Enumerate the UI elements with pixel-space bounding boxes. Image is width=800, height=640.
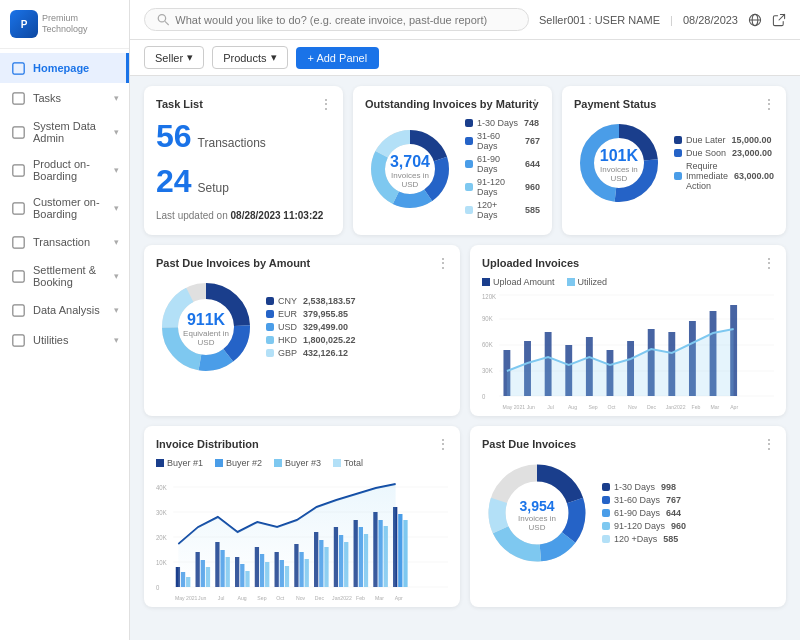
- svg-text:Dec: Dec: [647, 404, 656, 410]
- svg-rect-0: [12, 62, 23, 73]
- svg-text:40K: 40K: [156, 484, 167, 492]
- sidebar-item-product-on-boarding[interactable]: Product on-Boarding ▾: [0, 151, 129, 189]
- sidebar-item-transaction[interactable]: Transaction ▾: [0, 227, 129, 257]
- svg-text:10K: 10K: [156, 559, 167, 567]
- svg-text:Oct: Oct: [607, 404, 615, 410]
- legend-label: 91-120 Days: [477, 177, 519, 197]
- past-due-invoices-donut-wrapper: 3,954 Invoices in USD: [482, 458, 592, 571]
- task-list-menu[interactable]: ⋮: [319, 96, 333, 112]
- past-due-invoices-card: Past Due Invoices ⋮ 3,954: [470, 426, 786, 607]
- legend-item: 120 +Days 585: [602, 534, 686, 544]
- products-select[interactable]: Products ▾: [212, 46, 287, 69]
- legend-dot: [465, 206, 473, 214]
- logo-text: Premium Technology: [42, 13, 88, 35]
- setup-row: 24 Setup: [156, 163, 331, 200]
- chevron-icon: ▾: [114, 335, 119, 345]
- svg-text:Sep: Sep: [257, 595, 266, 601]
- search-box[interactable]: [144, 8, 529, 31]
- sidebar-item-label: Data Analysis: [33, 304, 100, 316]
- chevron-icon: ▾: [114, 305, 119, 315]
- invoice-dist-menu[interactable]: ⋮: [436, 436, 450, 452]
- svg-text:Jul: Jul: [547, 404, 554, 410]
- legend-dot: [266, 323, 274, 331]
- row3: Invoice Distribution ⋮ Buyer #1 Buyer #2…: [144, 426, 786, 607]
- past-due-invoices-legend: 1-30 Days 998 31-60 Days 767 61-90 Days …: [602, 482, 686, 547]
- legend-label: 31-60 Days: [614, 495, 660, 505]
- past-due-invoices-menu[interactable]: ⋮: [762, 436, 776, 452]
- sidebar-item-label: System Data Admin: [33, 120, 107, 144]
- svg-marker-111: [178, 484, 395, 587]
- payment-status-card: Payment Status ⋮ 101K Invoices in USD: [562, 86, 786, 235]
- sidebar-icon: [10, 60, 26, 76]
- chevron-icon: ▾: [114, 93, 119, 103]
- legend-value: 767: [525, 136, 540, 146]
- legend-label: Due Soon: [686, 148, 726, 158]
- date-label: 08/28/2023: [683, 14, 738, 26]
- search-input[interactable]: [175, 14, 516, 26]
- seller-select[interactable]: Seller ▾: [144, 46, 204, 69]
- svg-line-10: [165, 21, 169, 25]
- legend-value: 2,538,183.57: [303, 296, 356, 306]
- legend-label: 120+ Days: [477, 200, 519, 220]
- logo: P Premium Technology: [0, 0, 129, 49]
- legend-dot: [602, 522, 610, 530]
- legend-dot: [266, 297, 274, 305]
- sidebar-item-data-analysis[interactable]: Data Analysis ▾: [0, 295, 129, 325]
- outstanding-invoices-menu[interactable]: ⋮: [528, 96, 542, 112]
- uploaded-invoices-menu[interactable]: ⋮: [762, 255, 776, 271]
- external-link-icon: [772, 13, 786, 27]
- legend-item: Require Immediate Action 63,000.00: [674, 161, 774, 191]
- svg-text:Apr: Apr: [730, 404, 738, 410]
- past-due-amount-menu[interactable]: ⋮: [436, 255, 450, 271]
- toolbar: Seller ▾ Products ▾ + Add Panel: [130, 40, 800, 76]
- svg-rect-4: [12, 202, 23, 213]
- sidebar-icon: [10, 124, 26, 140]
- legend-item: 31-60 Days 767: [465, 131, 540, 151]
- task-updated: Last updated on 08/28/2023 11:03:22: [156, 210, 331, 221]
- chevron-icon: ▾: [114, 271, 119, 281]
- legend-item: EUR 379,955.85: [266, 309, 356, 319]
- add-panel-button[interactable]: + Add Panel: [296, 47, 380, 69]
- sidebar-item-settlement-&-booking[interactable]: Settlement & Booking ▾: [0, 257, 129, 295]
- legend-item: 1-30 Days 998: [602, 482, 686, 492]
- past-due-amount-legend: CNY 2,538,183.57 EUR 379,955.85 USD 329,…: [266, 296, 356, 361]
- legend-item: USD 329,499.00: [266, 322, 356, 332]
- legend-item: 1-30 Days 748: [465, 118, 540, 128]
- payment-status-menu[interactable]: ⋮: [762, 96, 776, 112]
- past-due-amount-card: Past Due Invoices by Amount ⋮: [144, 245, 460, 416]
- upload-amount-dot: [482, 278, 490, 286]
- uploaded-chart: 0 30K 60K 90K 120K: [482, 291, 774, 401]
- legend-dot: [465, 160, 473, 168]
- sidebar-item-system-data-admin[interactable]: System Data Admin ▾: [0, 113, 129, 151]
- sidebar-item-tasks[interactable]: Tasks ▾: [0, 83, 129, 113]
- svg-text:Mar: Mar: [710, 404, 719, 410]
- svg-rect-3: [12, 164, 23, 175]
- sidebar-item-customer-on-boarding[interactable]: Customer on-Boarding ▾: [0, 189, 129, 227]
- logo-icon: P: [10, 10, 38, 38]
- svg-text:Jan2022: Jan2022: [666, 404, 686, 410]
- invoice-dist-chart: 0 10K 20K 30K 40K: [156, 472, 448, 592]
- svg-text:Apr: Apr: [395, 595, 403, 601]
- legend-value: 748: [524, 118, 539, 128]
- svg-text:30K: 30K: [482, 367, 493, 375]
- sidebar-icon: [10, 200, 26, 216]
- globe-icon: [748, 13, 762, 27]
- svg-rect-8: [12, 334, 23, 345]
- setup-label: Setup: [198, 181, 229, 195]
- chevron-icon: ▾: [114, 165, 119, 175]
- sidebar-item-utilities[interactable]: Utilities ▾: [0, 325, 129, 355]
- payment-donut-wrapper: 101K Invoices in USD: [574, 118, 664, 211]
- legend-item: HKD 1,800,025.22: [266, 335, 356, 345]
- svg-text:Jun: Jun: [527, 404, 535, 410]
- sidebar-item-homepage[interactable]: Homepage: [0, 53, 129, 83]
- legend-dot: [602, 483, 610, 491]
- legend-value: 960: [671, 521, 686, 531]
- legend-dot: [602, 509, 610, 517]
- payment-center-sub: Invoices in USD: [596, 165, 641, 183]
- chevron-icon: ▾: [114, 203, 119, 213]
- invoice-distribution-card: Invoice Distribution ⋮ Buyer #1 Buyer #2…: [144, 426, 460, 607]
- svg-text:0: 0: [482, 393, 486, 401]
- payment-legend: Due Later 15,000.00 Due Soon 23,000.00 R…: [674, 135, 774, 194]
- legend-item: 91-120 Days 960: [465, 177, 540, 197]
- svg-text:Nov: Nov: [296, 595, 305, 601]
